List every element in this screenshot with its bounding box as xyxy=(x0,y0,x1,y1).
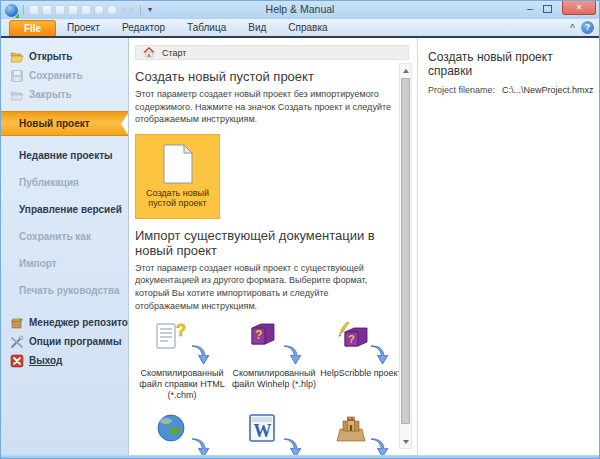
title-bar: ▾ Help & Manual – ✕ xyxy=(1,1,599,19)
question-glyph: ? xyxy=(255,328,262,342)
word-letter: W xyxy=(254,421,272,441)
window-controls: – ✕ xyxy=(527,1,596,15)
import-arrow-icon xyxy=(282,344,302,366)
import-option-label: Скомпилированный файл Winhelp (*.hlp) xyxy=(229,368,319,390)
import-option-rtf-word[interactable]: W RTF-документ, созданный с MS Word xyxy=(229,413,319,455)
scroll-up-icon[interactable] xyxy=(400,64,411,77)
window-title: Help & Manual xyxy=(1,3,599,15)
import-option-chm[interactable]: ? Скомпилированный файл справки HTML (*.… xyxy=(135,320,229,400)
help-icon[interactable]: ? xyxy=(581,21,594,34)
sidebar-item-label: Выход xyxy=(29,355,62,366)
winhelp-file-icon: ? xyxy=(248,320,278,348)
question-glyph: ? xyxy=(348,333,355,345)
sidebar-item-new-project[interactable]: Новый проект xyxy=(1,111,128,136)
sidebar-item-publish: Публикация xyxy=(1,169,128,196)
helpscribble-icon: ? xyxy=(335,320,369,352)
sidebar-item-import: Импорт xyxy=(1,250,128,277)
sidebar-item-label: Импорт xyxy=(19,258,57,269)
backstage-sidebar: Открыть Сохранить Закрыть Новый проект Н… xyxy=(1,38,129,455)
project-filename-value[interactable]: C:\...\NewProject.hmxz xyxy=(502,85,594,95)
tab-view[interactable]: Вид xyxy=(237,20,277,36)
section-heading: Импорт существующей документации в новый… xyxy=(135,228,397,258)
sidebar-item-recent-projects[interactable]: Недавние проекты xyxy=(1,142,128,169)
sidebar-item-open[interactable]: Открыть xyxy=(1,47,128,66)
close-file-icon xyxy=(10,88,24,102)
sidebar-item-label: Сохранить xyxy=(29,70,83,81)
import-option-label: Скомпилированный файл справки HTML (*.ch… xyxy=(135,368,229,400)
sidebar-item-program-options[interactable]: Опции программы xyxy=(1,332,128,351)
sidebar-item-label: Сохранить как xyxy=(19,231,91,242)
sidebar-item-label: Менеджер репозитория xyxy=(29,317,129,328)
sidebar-item-exit[interactable]: Выход xyxy=(1,351,128,370)
backstage-content: Старт Создать новый пустой проект Этот п… xyxy=(129,38,418,455)
import-option-winhelp[interactable]: ? Скомпилированный файл Winhelp (*.hlp) xyxy=(229,320,319,400)
scroll-down-icon[interactable] xyxy=(400,435,411,448)
create-empty-project-tile[interactable]: Создать новый пустой проект xyxy=(135,134,220,219)
save-icon xyxy=(10,69,24,83)
project-filename-label: Project filename: xyxy=(428,85,502,95)
sidebar-item-label: Опции программы xyxy=(29,336,121,347)
right-panel-heading: Создать новый проект справки xyxy=(428,50,594,78)
sidebar-item-label: Печать руководства xyxy=(19,285,119,296)
import-option-helpscribble[interactable]: ? HelpScribble проект xyxy=(319,320,403,400)
import-arrow-icon xyxy=(282,437,302,455)
open-folder-icon xyxy=(10,50,24,64)
sidebar-item-label: Управление версией xyxy=(19,204,122,215)
blank-document-icon xyxy=(162,144,194,184)
import-arrow-icon xyxy=(369,344,389,366)
tab-file[interactable]: File xyxy=(9,20,56,36)
documentation-file-icon xyxy=(335,413,367,443)
sidebar-item-close: Закрыть xyxy=(1,85,128,104)
scrollbar-thumb[interactable] xyxy=(401,78,410,424)
sidebar-item-label: Публикация xyxy=(19,177,79,188)
sidebar-item-label: Новый проект xyxy=(19,118,90,129)
sidebar-item-version-control[interactable]: Управление версией xyxy=(1,196,128,223)
section-body: Этот параметр создает новый проект с сущ… xyxy=(135,262,393,312)
question-glyph: ? xyxy=(176,321,186,340)
maximize-button[interactable] xyxy=(543,5,552,13)
import-arrow-icon xyxy=(369,437,389,455)
home-icon xyxy=(143,47,155,58)
ribbon-tab-bar: File Проект Редактор Таблица Вид Справка… xyxy=(1,19,599,36)
vertical-scrollbar[interactable] xyxy=(399,63,412,449)
sidebar-item-repository-manager[interactable]: Менеджер репозитория xyxy=(1,313,128,332)
sidebar-item-print-manual: Печать руководства xyxy=(1,277,128,304)
tab-editor[interactable]: Редактор xyxy=(111,20,176,36)
html-globe-icon xyxy=(156,413,186,443)
right-panel: Создать новый проект справки Project fil… xyxy=(418,38,600,455)
chm-file-icon: ? xyxy=(156,320,190,352)
tab-project[interactable]: Проект xyxy=(56,20,111,36)
import-arrow-icon xyxy=(190,437,210,455)
sidebar-item-label: Недавние проекты xyxy=(19,150,113,161)
app-window: ▾ Help & Manual – ✕ File Проект Редактор… xyxy=(0,0,600,459)
start-tab-label: Старт xyxy=(162,48,186,58)
section-body: Этот параметр создает новый проект без и… xyxy=(135,88,393,126)
minimize-ribbon-icon[interactable]: ^ xyxy=(570,23,575,32)
import-options-grid: ? Скомпилированный файл справки HTML (*.… xyxy=(135,320,397,455)
section-heading: Создать новый пустой проект xyxy=(135,69,397,84)
repository-icon xyxy=(10,316,24,330)
exit-icon xyxy=(10,354,24,368)
sidebar-item-label: Открыть xyxy=(29,51,72,62)
tab-help[interactable]: Справка xyxy=(277,20,338,36)
tools-icon xyxy=(10,335,24,349)
sidebar-item-save-as: Сохранить как xyxy=(1,223,128,250)
minimize-button[interactable]: – xyxy=(527,1,533,14)
import-option-documentation-file[interactable]: Файл документации xyxy=(319,413,403,455)
tab-table[interactable]: Таблица xyxy=(176,20,237,36)
import-option-html[interactable]: Обычный HTML и текстовые файлы xyxy=(135,413,229,455)
tile-label: Создать новый пустой проект xyxy=(136,188,219,209)
window-bottom-border xyxy=(1,455,599,459)
import-arrow-icon xyxy=(190,344,210,366)
start-tab[interactable]: Старт xyxy=(135,45,409,60)
word-rtf-icon: W xyxy=(248,413,276,443)
close-button[interactable]: ✕ xyxy=(562,1,596,15)
sidebar-item-save: Сохранить xyxy=(1,66,128,85)
import-option-label: HelpScribble проект xyxy=(320,368,402,379)
sidebar-item-label: Закрыть xyxy=(29,89,72,100)
